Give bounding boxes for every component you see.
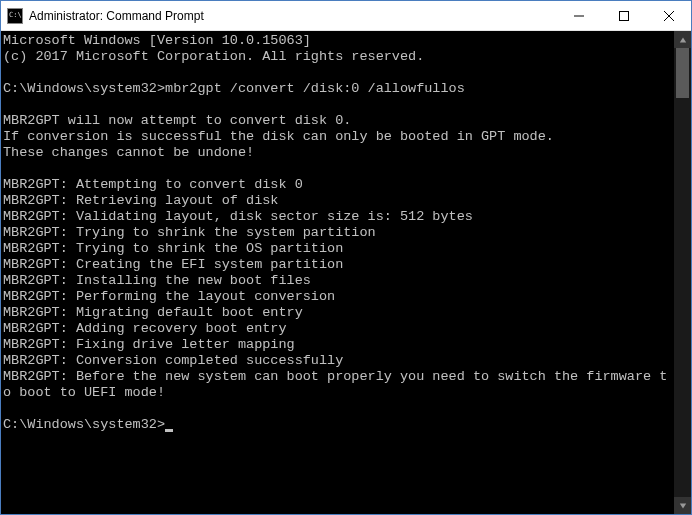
minimize-button[interactable] (556, 1, 601, 30)
svg-text:C:\: C:\ (9, 11, 22, 19)
command-prompt-window: C:\ Administrator: Command Prompt Micros… (0, 0, 692, 515)
console-line: MBR2GPT: Performing the layout conversio… (3, 289, 674, 305)
console-line: C:\Windows\system32>mbr2gpt /convert /di… (3, 81, 674, 97)
console-output[interactable]: Microsoft Windows [Version 10.0.15063](c… (1, 31, 674, 514)
console-line: MBR2GPT: Trying to shrink the OS partiti… (3, 241, 674, 257)
console-line: MBR2GPT: Validating layout, disk sector … (3, 209, 674, 225)
console-line: MBR2GPT: Trying to shrink the system par… (3, 225, 674, 241)
console-line: MBR2GPT: Migrating default boot entry (3, 305, 674, 321)
scroll-up-arrow-icon[interactable] (674, 31, 691, 48)
console-line: MBR2GPT: Fixing drive letter mapping (3, 337, 674, 353)
cursor (165, 429, 173, 432)
console-line (3, 401, 674, 417)
console-area: Microsoft Windows [Version 10.0.15063](c… (1, 31, 691, 514)
console-line: MBR2GPT: Retrieving layout of disk (3, 193, 674, 209)
console-line: (c) 2017 Microsoft Corporation. All righ… (3, 49, 674, 65)
console-line (3, 97, 674, 113)
console-line: MBR2GPT: Adding recovery boot entry (3, 321, 674, 337)
console-line: Microsoft Windows [Version 10.0.15063] (3, 33, 674, 49)
console-line: MBR2GPT will now attempt to convert disk… (3, 113, 674, 129)
scrollbar-thumb[interactable] (676, 48, 689, 98)
console-prompt[interactable]: C:\Windows\system32> (3, 417, 674, 433)
console-line: MBR2GPT: Conversion completed successful… (3, 353, 674, 369)
window-controls (556, 1, 691, 30)
console-line: These changes cannot be undone! (3, 145, 674, 161)
maximize-button[interactable] (601, 1, 646, 30)
console-line (3, 65, 674, 81)
titlebar: C:\ Administrator: Command Prompt (1, 1, 691, 31)
scroll-down-arrow-icon[interactable] (674, 497, 691, 514)
console-line: MBR2GPT: Attempting to convert disk 0 (3, 177, 674, 193)
cmd-icon: C:\ (7, 8, 23, 24)
console-line: MBR2GPT: Installing the new boot files (3, 273, 674, 289)
console-line: MBR2GPT: Before the new system can boot … (3, 369, 674, 401)
console-line: MBR2GPT: Creating the EFI system partiti… (3, 257, 674, 273)
close-button[interactable] (646, 1, 691, 30)
console-line (3, 161, 674, 177)
svg-rect-4 (619, 11, 628, 20)
vertical-scrollbar[interactable] (674, 31, 691, 514)
scrollbar-track[interactable] (674, 48, 691, 497)
window-title: Administrator: Command Prompt (29, 9, 556, 23)
console-line: If conversion is successful the disk can… (3, 129, 674, 145)
